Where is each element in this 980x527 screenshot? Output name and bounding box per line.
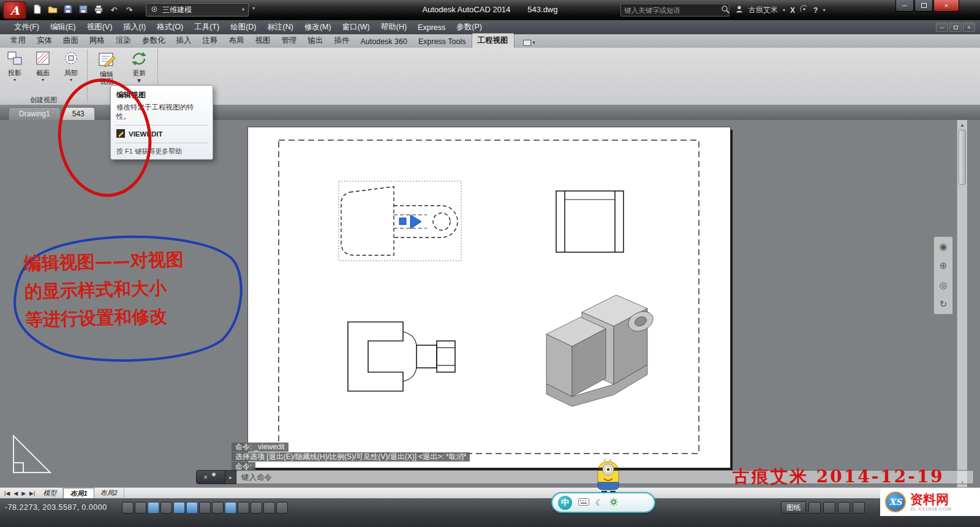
annotation-scale-icon[interactable] <box>838 502 850 514</box>
ribbon-tab-home[interactable]: 常用 <box>5 34 31 48</box>
qat-customize-caret[interactable]: ▾ <box>252 6 255 11</box>
toggle-polar-tracking[interactable] <box>173 502 185 514</box>
workspace-switching-icon[interactable] <box>853 502 865 514</box>
ribbon-tab-plugins[interactable]: 插件 <box>329 34 355 48</box>
paper-space-button[interactable]: 图纸 <box>781 501 806 514</box>
vertical-scrollbar[interactable]: ▲ ▼ <box>957 120 967 487</box>
menu-file[interactable]: 文件(F) <box>9 20 45 34</box>
last-layout-icon[interactable]: ▶| <box>28 490 37 496</box>
scroll-up-icon[interactable]: ▲ <box>957 120 967 130</box>
toggle-grid-display[interactable] <box>148 502 159 514</box>
section-view-button[interactable]: 截面 ▾ <box>29 50 56 82</box>
restore-button[interactable] <box>914 0 933 12</box>
toggle-3d-object-snap[interactable] <box>199 502 211 514</box>
app-logo-button[interactable]: A <box>3 1 26 19</box>
toggle-dynamic-ucs[interactable] <box>212 502 224 514</box>
file-tab-drawing1[interactable]: Drawing1 <box>9 107 61 120</box>
doc-minimize-button[interactable]: ─ <box>936 23 948 32</box>
communication-center-icon[interactable] <box>800 5 809 15</box>
recent-commands-button[interactable]: ▸ <box>225 470 236 484</box>
ribbon-tab-autodesk360[interactable]: Autodesk 360 <box>355 36 413 48</box>
quick-view-layouts-icon[interactable] <box>809 502 821 514</box>
ribbon-tab-surface[interactable]: 曲面 <box>58 34 84 48</box>
menu-window[interactable]: 窗口(W) <box>337 20 375 34</box>
plot-button[interactable] <box>92 3 105 17</box>
menu-help[interactable]: 帮助(H) <box>375 20 412 34</box>
open-button[interactable] <box>46 3 59 17</box>
command-close-icon[interactable]: × <box>203 473 208 482</box>
scrollbar-thumb[interactable] <box>959 130 966 185</box>
menu-dimension[interactable]: 标注(N) <box>262 20 299 34</box>
navigation-wheel-icon[interactable]: ◉ <box>939 241 947 252</box>
quick-view-drawings-icon[interactable] <box>823 502 835 514</box>
scrollbar-track[interactable] <box>957 185 967 477</box>
first-layout-icon[interactable]: |◀ <box>2 490 12 496</box>
doc-close-button[interactable]: × <box>963 23 975 32</box>
zoom-icon[interactable]: ⊕ <box>940 260 948 271</box>
moon-icon[interactable]: ☾ <box>595 498 603 507</box>
ribbon-tab-manage[interactable]: 管理 <box>276 34 303 48</box>
ribbon-tab-express-tools[interactable]: Express Tools <box>413 36 472 48</box>
menu-format[interactable]: 格式(O) <box>151 20 189 34</box>
minimize-button[interactable]: ─ <box>895 0 914 12</box>
tab-model[interactable]: 模型 <box>37 488 63 498</box>
prev-layout-icon[interactable]: ◀ <box>12 490 20 496</box>
toggle-dynamic-input[interactable] <box>225 502 236 514</box>
tab-layout2[interactable]: 布局2 <box>94 488 124 498</box>
menu-view[interactable]: 视图(V) <box>81 20 118 34</box>
view-side[interactable] <box>348 322 455 391</box>
toggle-snap-mode[interactable] <box>135 502 146 514</box>
ribbon-tab-render[interactable]: 渲染 <box>110 34 137 48</box>
toggle-selection-cycling[interactable] <box>276 502 288 514</box>
view-top-selected[interactable] <box>339 181 461 261</box>
save-button[interactable] <box>61 3 75 17</box>
redo-button[interactable]: ↷ <box>123 3 136 17</box>
wrench-icon[interactable] <box>211 473 218 482</box>
grip-arrow[interactable] <box>410 215 421 229</box>
help-caret-icon[interactable]: ▾ <box>823 8 825 13</box>
signin-label[interactable]: 古痕艾米 <box>748 5 778 15</box>
doc-restore-button[interactable] <box>949 23 962 32</box>
keyboard-icon[interactable] <box>578 498 589 507</box>
view-front[interactable] <box>556 191 624 252</box>
menu-modify[interactable]: 修改(M) <box>299 20 337 34</box>
ribbon-tab-mesh[interactable]: 网格 <box>84 34 110 48</box>
undo-button[interactable]: ↶ <box>107 3 121 17</box>
save-as-button[interactable] <box>77 3 90 17</box>
ribbon-tab-insert[interactable]: 插入 <box>171 34 197 48</box>
steering-wheel-icon[interactable]: ↻ <box>940 299 948 310</box>
orbit-icon[interactable]: ◎ <box>939 280 947 291</box>
ribbon-tab-layout[interactable]: 布局 <box>224 34 250 48</box>
ime-settings-icon[interactable] <box>609 498 618 508</box>
workspace-dropdown[interactable]: 三维建模 ▾ <box>146 3 249 17</box>
toggle-transparency[interactable] <box>251 502 262 514</box>
grip-square[interactable] <box>399 218 406 225</box>
toggle-object-snap[interactable] <box>186 502 198 514</box>
ribbon-tab-output[interactable]: 输出 <box>303 34 329 48</box>
search-icon[interactable] <box>721 5 729 15</box>
menu-express[interactable]: Express <box>412 20 451 34</box>
close-button[interactable]: × <box>933 0 959 12</box>
menu-draw[interactable]: 绘图(D) <box>225 20 262 34</box>
ribbon-tab-parametric[interactable]: 参数化 <box>137 34 171 48</box>
search-input[interactable] <box>624 7 718 14</box>
signin-caret-icon[interactable]: ▾ <box>783 8 785 13</box>
projection-view-button[interactable]: 投影 ▾ <box>1 50 28 82</box>
new-file-button[interactable] <box>31 3 44 17</box>
update-view-button[interactable]: 更新 ▾ <box>125 50 153 84</box>
menu-insert[interactable]: 插入(I) <box>118 20 151 34</box>
ribbon-tab-view[interactable]: 视图 <box>250 34 276 48</box>
menu-edit[interactable]: 编辑(E) <box>45 20 81 34</box>
toggle-lineweight[interactable] <box>238 502 249 514</box>
help-icon[interactable]: ? <box>813 6 818 15</box>
toggle-ortho-mode[interactable] <box>160 502 172 514</box>
menu-tools[interactable]: 工具(T) <box>189 20 225 34</box>
detail-view-button[interactable]: 局部 ▾ <box>58 50 85 82</box>
ribbon-display-toggle[interactable]: ▾ <box>519 38 539 48</box>
next-layout-icon[interactable]: ▶ <box>20 490 28 496</box>
ribbon-tab-annotate[interactable]: 注释 <box>197 34 224 48</box>
tab-layout1[interactable]: 布局1 <box>63 488 94 498</box>
ribbon-tab-solid[interactable]: 实体 <box>31 34 58 48</box>
toggle-infer-constraints[interactable] <box>122 502 134 514</box>
exchange-apps-icon[interactable]: X <box>790 6 795 15</box>
